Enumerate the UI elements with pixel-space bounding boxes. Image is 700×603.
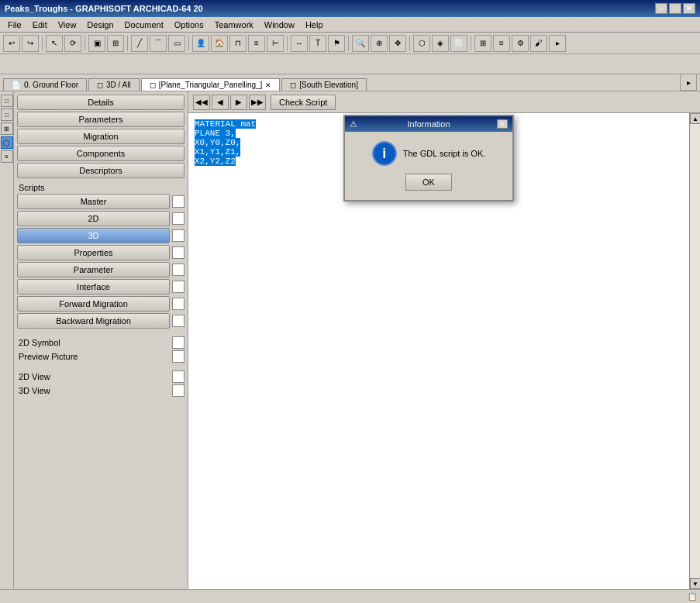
nav-first-btn[interactable]: ◀◀ <box>193 95 210 110</box>
3d-check[interactable] <box>172 229 184 242</box>
menu-document[interactable]: Document <box>120 19 168 31</box>
dialog-title-icon: ⚠ <box>350 119 357 129</box>
door-btn[interactable]: ⊓ <box>229 35 247 52</box>
tab-nav-right[interactable]: ▸ <box>680 74 697 91</box>
close-button[interactable]: ✕ <box>683 3 695 14</box>
sep5 <box>287 36 288 51</box>
pan-btn[interactable]: ✥ <box>389 35 406 52</box>
minimize-button[interactable]: − <box>655 3 667 14</box>
wall-btn[interactable]: 🏠 <box>211 35 228 52</box>
preview-check[interactable] <box>172 350 184 363</box>
dialog-message: The GDL script is OK. <box>403 149 486 158</box>
vert-btn-circle[interactable]: ◯ <box>1 136 13 149</box>
stair-btn[interactable]: ≡ <box>248 35 265 52</box>
interface-script-btn[interactable]: Interface <box>17 279 170 295</box>
person-btn[interactable]: 👤 <box>192 35 209 52</box>
main-toolbar: ↩ ↪ ↖ ⟳ ▣ ⊞ ╱ ⌒ ▭ 👤 🏠 ⊓ ≡ ⊢ ↔ T ⚑ 🔍 ⊕ ✥ … <box>0 33 700 54</box>
menu-teamwork[interactable]: Teamwork <box>210 19 258 31</box>
menu-file[interactable]: File <box>3 19 26 31</box>
master-check[interactable] <box>172 195 184 208</box>
scroll-down-btn[interactable]: ▼ <box>690 578 700 589</box>
redo-btn[interactable]: ↪ <box>22 35 39 52</box>
2d-symbol-row: 2D Symbol <box>17 336 184 349</box>
migration-btn[interactable]: Migration <box>17 129 184 144</box>
parameter-script-btn[interactable]: Parameter <box>17 262 170 277</box>
tab-ground-floor[interactable]: 📄 0. Ground Floor <box>3 78 87 91</box>
arc-btn[interactable]: ⌒ <box>150 35 167 52</box>
tab-label-1: 0. Ground Floor <box>24 81 78 89</box>
column-btn[interactable]: ⊢ <box>267 35 284 52</box>
title-bar: Peaks_Troughs - GRAPHISOFT ARCHICAD-64 2… <box>0 0 700 17</box>
menu-options[interactable]: Options <box>170 19 209 31</box>
2d-row: 2D <box>17 211 184 226</box>
nav-prev-btn[interactable]: ◀ <box>212 95 229 110</box>
parameters-btn[interactable]: Parameters <box>17 112 184 127</box>
forward-migration-btn[interactable]: Forward Migration <box>17 296 170 312</box>
select-btn[interactable]: ▣ <box>88 35 105 52</box>
dialog-close-btn[interactable]: ✕ <box>497 119 508 129</box>
label-btn[interactable]: ⚑ <box>328 35 345 52</box>
2d-view-label: 2D View <box>17 372 170 381</box>
snap-btn[interactable]: ⊞ <box>107 35 124 52</box>
3d-script-btn[interactable]: 3D <box>17 228 170 243</box>
right-scrollbar[interactable]: ▲ ▼ <box>689 113 700 589</box>
vert-btn-1[interactable]: □ <box>1 95 13 107</box>
zoom-btn[interactable]: 🔍 <box>352 35 369 52</box>
rect-btn[interactable]: ▭ <box>168 35 185 52</box>
2d-symbol-check[interactable] <box>172 336 184 349</box>
parameter-check[interactable] <box>172 264 184 276</box>
zoom2-btn[interactable]: ⊕ <box>371 35 388 52</box>
vert-toolbar: □ □ ⊞ ◯ ≡ <box>0 91 14 589</box>
master-script-btn[interactable]: Master <box>17 194 170 209</box>
menu-edit[interactable]: Edit <box>28 19 52 31</box>
scroll-track[interactable] <box>690 124 700 578</box>
menu-design[interactable]: Design <box>82 19 118 31</box>
dimension-btn[interactable]: ↔ <box>291 35 308 52</box>
properties-script-btn[interactable]: Properties <box>17 245 170 260</box>
paint-btn[interactable]: 🖌 <box>530 35 547 52</box>
details-btn[interactable]: Details <box>17 95 184 110</box>
tab-south-elevation[interactable]: ◻ [South Elevation] <box>281 78 367 91</box>
vert-btn-4[interactable]: ≡ <box>1 150 13 163</box>
menu-window[interactable]: Window <box>260 19 299 31</box>
vert-btn-2[interactable]: □ <box>1 109 13 121</box>
backward-migration-btn[interactable]: Backward Migration <box>17 313 170 329</box>
grid-btn[interactable]: ⊞ <box>474 35 491 52</box>
interface-check[interactable] <box>172 281 184 293</box>
text-btn[interactable]: T <box>309 35 326 52</box>
3d-btn[interactable]: ⬡ <box>413 35 430 52</box>
forward-migration-check[interactable] <box>172 298 184 310</box>
status-icon: 📋 <box>688 592 697 601</box>
line-btn[interactable]: ╱ <box>131 35 148 52</box>
pointer-btn[interactable]: ↖ <box>46 35 63 52</box>
tab-nav-btn[interactable]: ▸ <box>680 74 697 91</box>
descriptors-btn[interactable]: Descriptors <box>17 163 184 178</box>
parameter-row: Parameter <box>17 262 184 277</box>
menu-help[interactable]: Help <box>301 19 328 31</box>
components-btn[interactable]: Components <box>17 146 184 161</box>
scroll-up-btn[interactable]: ▲ <box>690 113 700 124</box>
maximize-button[interactable]: □ <box>669 3 681 14</box>
nav-next-btn[interactable]: ▶ <box>230 95 247 110</box>
2d-check[interactable] <box>172 212 184 225</box>
rotate-btn[interactable]: ⟳ <box>64 35 81 52</box>
undo-btn[interactable]: ↩ <box>3 35 20 52</box>
tab-close-3[interactable]: ✕ <box>265 81 271 89</box>
menu-view[interactable]: View <box>53 19 81 31</box>
3d-view-check[interactable] <box>172 384 184 397</box>
properties-check[interactable] <box>172 246 184 259</box>
more-btn[interactable]: ▸ <box>549 35 566 52</box>
vert-btn-3[interactable]: ⊞ <box>1 122 13 135</box>
settings-btn[interactable]: ⚙ <box>512 35 529 52</box>
dialog-ok-btn[interactable]: OK <box>405 174 452 191</box>
nav-last-btn[interactable]: ▶▶ <box>249 95 266 110</box>
section-btn[interactable]: ⬜ <box>450 35 467 52</box>
2d-view-check[interactable] <box>172 370 184 383</box>
2d-script-btn[interactable]: 2D <box>17 211 170 226</box>
tab-plane-triangular[interactable]: ◻ [Plane_Triangular_Panelling_] ✕ <box>141 78 281 91</box>
check-script-btn[interactable]: Check Script <box>271 95 336 110</box>
backward-migration-check[interactable] <box>172 315 184 327</box>
tab-3d-all[interactable]: ◻ 3D / All <box>88 78 140 91</box>
render-btn[interactable]: ◈ <box>432 35 449 52</box>
layers-btn[interactable]: ≡ <box>493 35 510 52</box>
